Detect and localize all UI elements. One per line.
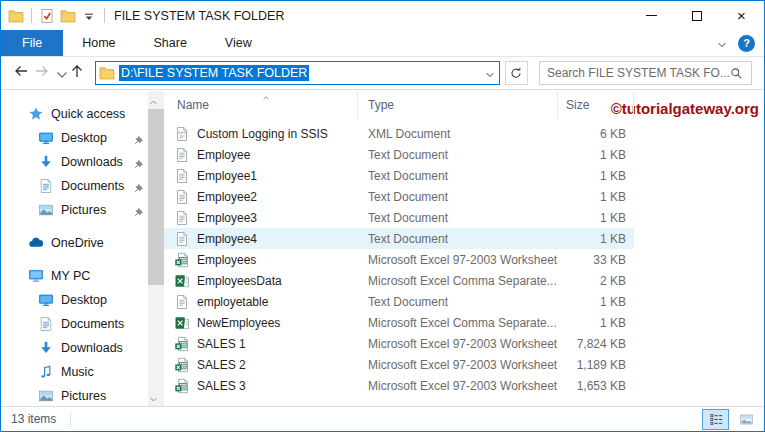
sort-ascending-icon	[261, 91, 271, 99]
separator	[70, 412, 71, 427]
pin-icon	[133, 132, 146, 145]
forward-button[interactable]	[31, 61, 52, 85]
file-type: Microsoft Excel 97-2003 Worksheet	[358, 379, 558, 393]
address-path-selected-text: D:\FILE SYSTEM TASK FOLDER	[119, 65, 309, 81]
file-name: Custom Logging in SSIS	[197, 127, 328, 141]
quick-access-star-icon	[28, 106, 44, 122]
scroll-down-arrow-icon[interactable]	[148, 389, 164, 405]
chevron-down-icon	[484, 67, 496, 79]
file-row-employees[interactable]: EmployeesMicrosoft Excel 97-2003 Workshe…	[164, 249, 634, 270]
text-document-icon	[174, 168, 190, 184]
tab-home[interactable]: Home	[63, 30, 134, 56]
sidebar-item-pictures[interactable]: Pictures	[1, 384, 164, 408]
file-row-sales-1[interactable]: SALES 1Microsoft Excel 97-2003 Worksheet…	[164, 333, 634, 354]
file-row-employetable[interactable]: employetableText Document1 KB	[164, 291, 634, 312]
sidebar-scrollbar[interactable]	[148, 91, 164, 406]
sidebar-item-pictures[interactable]: Pictures	[1, 198, 164, 222]
search-input[interactable]: Search FILE SYSTEM TASK FO...	[539, 61, 752, 85]
titlebar: FILE SYSTEM TASK FOLDER ×	[1, 1, 764, 30]
file-row-employee[interactable]: EmployeeText Document1 KB	[164, 144, 634, 165]
folder-icon	[99, 65, 115, 81]
folder-icon[interactable]	[60, 8, 76, 24]
refresh-icon	[509, 66, 523, 80]
file-type: Text Document	[358, 295, 558, 309]
excel-csv-icon	[174, 315, 190, 331]
sidebar-item-onedrive[interactable]: OneDrive	[1, 231, 164, 255]
address-bar-input[interactable]: D:\FILE SYSTEM TASK FOLDER	[95, 61, 500, 85]
check-document-icon[interactable]	[39, 8, 55, 24]
folder-icon	[8, 8, 24, 24]
close-button[interactable]: ×	[719, 1, 764, 30]
file-row-employee4[interactable]: Employee4Text Document1 KB	[164, 228, 634, 249]
excel-xls-icon	[174, 252, 190, 268]
maximize-button[interactable]	[674, 1, 719, 30]
text-document-icon	[174, 147, 190, 163]
file-row-employeesdata[interactable]: EmployeesDataMicrosoft Excel Comma Separ…	[164, 270, 634, 291]
file-size: 1 KB	[558, 148, 634, 162]
file-row-employee3[interactable]: Employee3Text Document1 KB	[164, 207, 634, 228]
scrollbar-thumb[interactable]	[148, 109, 164, 285]
file-size: 1 KB	[558, 316, 634, 330]
file-name: Employee4	[197, 232, 257, 246]
sidebar-item-label: Downloads	[61, 155, 123, 169]
file-row-sales-2[interactable]: SALES 2Microsoft Excel 97-2003 Worksheet…	[164, 354, 634, 375]
window-title: FILE SYSTEM TASK FOLDER	[114, 9, 284, 23]
file-name: Employee1	[197, 169, 257, 183]
excel-xls-icon	[174, 357, 190, 373]
sidebar-item-downloads[interactable]: Downloads	[1, 150, 164, 174]
file-name: Employee3	[197, 211, 257, 225]
file-row-employee2[interactable]: Employee2Text Document1 KB	[164, 186, 634, 207]
file-name: employetable	[197, 295, 268, 309]
sidebar-item-label: Documents	[61, 317, 124, 331]
up-button[interactable]	[67, 61, 88, 85]
window-controls: ×	[629, 1, 764, 30]
downloads-icon	[38, 340, 54, 356]
file-row-newemployees[interactable]: NewEmployeesMicrosoft Excel Comma Separa…	[164, 312, 634, 333]
file-type: Text Document	[358, 190, 558, 204]
file-type: Text Document	[358, 148, 558, 162]
details-view-button[interactable]	[702, 409, 729, 430]
help-icon[interactable]: ?	[738, 35, 755, 52]
my-pc-icon	[28, 268, 44, 284]
tab-share[interactable]: Share	[135, 30, 206, 56]
file-explorer-window: FILE SYSTEM TASK FOLDER × File Home Shar…	[0, 0, 765, 432]
sidebar-item-desktop[interactable]: Desktop	[1, 126, 164, 150]
sidebar-item-label: Pictures	[61, 389, 106, 403]
column-header-size[interactable]: Size	[558, 91, 634, 118]
file-size: 2 KB	[558, 274, 634, 288]
thumbnails-view-icon	[739, 412, 753, 426]
qat-dropdown-icon[interactable]	[81, 8, 97, 24]
onedrive-cloud-icon	[28, 235, 44, 251]
file-type: XML Document	[358, 127, 558, 141]
file-row-custom-logging-in-ssis[interactable]: Custom Logging in SSISXML Document6 KB	[164, 123, 634, 144]
sidebar-item-label: Desktop	[61, 131, 107, 145]
tab-file[interactable]: File	[1, 30, 63, 56]
sidebar-item-quick-access[interactable]: Quick access	[1, 102, 164, 126]
expand-ribbon-chevron-icon[interactable]	[716, 37, 728, 49]
file-row-sales-3[interactable]: SALES 3Microsoft Excel 97-2003 Worksheet…	[164, 375, 634, 396]
file-size: 1 KB	[558, 211, 634, 225]
back-button[interactable]	[10, 61, 31, 85]
address-dropdown-button[interactable]	[481, 62, 499, 84]
column-header-type[interactable]: Type	[358, 91, 558, 118]
file-row-employee1[interactable]: Employee1Text Document1 KB	[164, 165, 634, 186]
tab-view[interactable]: View	[206, 30, 271, 56]
search-icon	[730, 66, 744, 80]
refresh-button[interactable]	[505, 61, 528, 85]
sidebar-item-documents[interactable]: Documents	[1, 174, 164, 198]
sidebar-item-music[interactable]: Music	[1, 360, 164, 384]
close-icon: ×	[737, 8, 746, 23]
sidebar-item-documents[interactable]: Documents	[1, 312, 164, 336]
sidebar-item-my-pc[interactable]: MY PC	[1, 264, 164, 288]
scroll-up-arrow-icon[interactable]	[148, 92, 164, 108]
column-headers: Name Type Size	[164, 91, 764, 118]
recent-locations-button[interactable]	[52, 61, 66, 85]
sidebar-item-downloads[interactable]: Downloads	[1, 336, 164, 360]
file-name: SALES 3	[197, 379, 246, 393]
file-type: Microsoft Excel Comma Separate...	[358, 274, 558, 288]
sidebar-item-desktop[interactable]: Desktop	[1, 288, 164, 312]
minimize-button[interactable]	[629, 1, 674, 30]
documents-icon	[38, 316, 54, 332]
details-view-icon	[709, 412, 723, 426]
thumbnails-view-button[interactable]	[732, 409, 759, 430]
